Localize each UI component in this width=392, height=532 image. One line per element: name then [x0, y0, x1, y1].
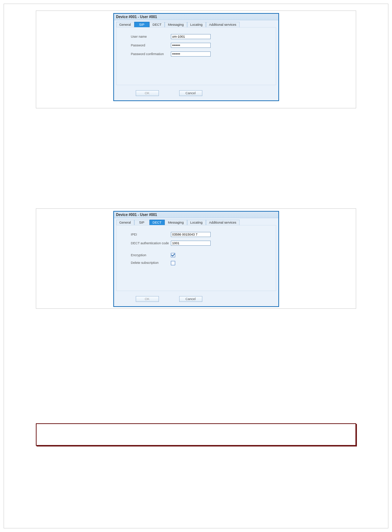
dialog-sip-title: Device #001 - User #001 — [114, 14, 278, 20]
button-row-sip: OK Cancel — [116, 85, 276, 97]
cancel-button-2[interactable]: Cancel — [179, 296, 202, 302]
row-delete-sub: Delete subscription — [131, 261, 267, 265]
gap-1 — [131, 249, 267, 253]
figure-sip-container: Device #001 - User #001 General SIP DECT… — [113, 13, 279, 101]
input-ipei[interactable] — [171, 232, 211, 237]
tab-panel-sip: User name Password Password confirmation — [116, 27, 276, 85]
cancel-button[interactable]: Cancel — [179, 90, 202, 96]
row-encryption: Encryption — [131, 253, 267, 257]
row-username: User name — [131, 34, 267, 39]
warning-box — [36, 423, 356, 446]
tabs-dect: General SIP DECT Messaging Locating Addi… — [116, 220, 276, 225]
tab-general[interactable]: General — [116, 22, 134, 27]
figure-dect-container: Device #001 - User #001 General SIP DECT… — [113, 211, 279, 307]
figure-dect-outer: Device #001 - User #001 General SIP DECT… — [36, 208, 356, 309]
tab-general-2[interactable]: General — [116, 220, 134, 225]
checkbox-encryption[interactable] — [171, 253, 175, 257]
label-ipei: IPEI — [131, 233, 171, 236]
ok-button[interactable]: OK — [136, 90, 159, 96]
tab-sip[interactable]: SIP — [134, 22, 149, 27]
tab-additional-services-2[interactable]: Additional services — [206, 220, 240, 225]
button-row-dect: OK Cancel — [116, 291, 276, 303]
tab-sip-2[interactable]: SIP — [134, 220, 149, 225]
label-delete-sub: Delete subscription — [131, 261, 171, 265]
tab-additional-services[interactable]: Additional services — [206, 22, 240, 27]
tab-locating-2[interactable]: Locating — [187, 220, 206, 225]
tab-panel-dect: IPEI DECT authentication code Encryption — [116, 225, 276, 291]
tab-messaging[interactable]: Messaging — [165, 22, 187, 27]
input-password-conf[interactable] — [171, 51, 211, 57]
tabs-sip: General SIP DECT Messaging Locating Addi… — [116, 22, 276, 27]
figure-sip-outer: Device #001 - User #001 General SIP DECT… — [36, 11, 356, 108]
spacer-2 — [4, 315, 388, 417]
row-ipei: IPEI — [131, 232, 267, 237]
dialog-dect-title: Device #001 - User #001 — [114, 212, 278, 218]
spacer-1 — [4, 115, 388, 202]
label-password-conf: Password confirmation — [131, 52, 171, 56]
tab-locating[interactable]: Locating — [187, 22, 206, 27]
dialog-sip-body: General SIP DECT Messaging Locating Addi… — [114, 20, 278, 100]
tab-messaging-2[interactable]: Messaging — [165, 220, 187, 225]
input-password[interactable] — [171, 43, 211, 48]
label-authcode: DECT authentication code — [131, 241, 171, 245]
page-outer: Device #001 - User #001 General SIP DECT… — [4, 4, 388, 528]
row-password-conf: Password confirmation — [131, 51, 267, 57]
row-password: Password — [131, 43, 267, 48]
label-password: Password — [131, 43, 171, 47]
tab-dect-2[interactable]: DECT — [149, 220, 165, 225]
row-authcode: DECT authentication code — [131, 241, 267, 246]
dialog-dect-body: General SIP DECT Messaging Locating Addi… — [114, 218, 278, 306]
input-authcode[interactable] — [171, 241, 211, 246]
dialog-dect: Device #001 - User #001 General SIP DECT… — [113, 211, 279, 307]
label-encryption: Encryption — [131, 253, 171, 257]
input-username[interactable] — [171, 34, 211, 39]
label-username: User name — [131, 35, 171, 38]
checkbox-delete-sub[interactable] — [171, 261, 175, 265]
dialog-sip: Device #001 - User #001 General SIP DECT… — [113, 13, 279, 101]
tab-dect[interactable]: DECT — [149, 22, 165, 27]
ok-button-2[interactable]: OK — [136, 296, 159, 302]
